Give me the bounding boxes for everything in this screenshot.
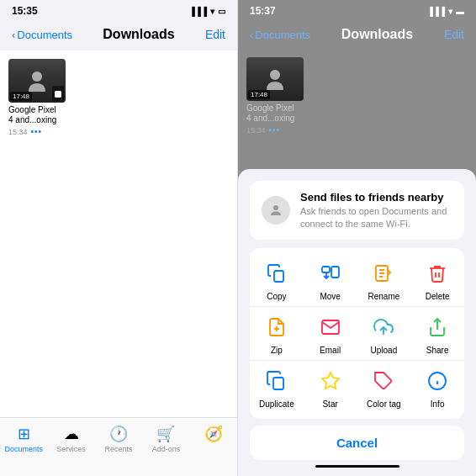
rename-button[interactable]: Rename xyxy=(361,258,406,301)
left-status-bar: 15:35 ▐▐▐ ▾ ▭ xyxy=(0,0,237,19)
file-options-dots[interactable]: ••• xyxy=(31,127,43,136)
colortag-label: Color tag xyxy=(367,399,401,409)
right-edit-button[interactable]: Edit xyxy=(444,28,464,41)
services-tab-label: Services xyxy=(56,445,86,453)
tab-compass[interactable]: 🧭 xyxy=(190,425,237,443)
file-meta: 15:34 ••• xyxy=(8,127,42,136)
file-thumbnail: 17:48 xyxy=(8,59,66,103)
copy-icon xyxy=(262,258,292,288)
home-indicator xyxy=(315,465,399,468)
duplicate-label: Duplicate xyxy=(259,399,294,409)
info-button[interactable]: Info xyxy=(415,366,460,409)
info-icon xyxy=(422,366,452,396)
left-time: 15:35 xyxy=(12,5,38,17)
colortag-button[interactable]: Color tag xyxy=(361,366,406,409)
right-file-name: Google Pixel4 and...oxing xyxy=(246,103,294,124)
share-avatar xyxy=(262,196,290,225)
zip-icon xyxy=(262,312,292,342)
right-nav-title: Downloads xyxy=(310,27,444,42)
action-sheet: Send files to friends nearby Ask friends… xyxy=(238,169,476,476)
tab-addons[interactable]: 🛒 Add-ons xyxy=(142,425,189,453)
file-time: 15:34 xyxy=(8,128,28,136)
action-row-2: Zip Email xyxy=(250,306,464,360)
rename-label: Rename xyxy=(368,292,399,301)
addons-tab-icon: 🛒 xyxy=(156,425,175,443)
right-video-timestamp: 17:48 xyxy=(248,90,270,99)
addons-tab-label: Add-ons xyxy=(152,445,181,453)
email-button[interactable]: Email xyxy=(308,312,353,355)
left-file-list: 17:48 Google Pixel4 and...oxing 15:34 ••… xyxy=(0,50,237,417)
move-icon xyxy=(315,258,346,288)
tab-recents[interactable]: 🕐 Recents xyxy=(95,425,142,453)
video-timestamp: 17:48 xyxy=(10,92,32,101)
zip-label: Zip xyxy=(271,346,283,355)
svg-rect-6 xyxy=(331,267,339,278)
tab-services[interactable]: ☁ Services xyxy=(47,425,94,453)
share-text: Send files to friends nearby Ask friends… xyxy=(300,191,452,230)
star-button[interactable]: Star xyxy=(308,366,353,409)
right-chevron-icon: ‹ xyxy=(250,29,253,41)
delete-button[interactable]: Delete xyxy=(415,258,460,301)
documents-tab-icon: ⊞ xyxy=(18,425,30,443)
svg-rect-12 xyxy=(273,378,283,389)
svg-rect-5 xyxy=(322,267,330,272)
zip-button[interactable]: Zip xyxy=(254,312,299,355)
services-tab-icon: ☁ xyxy=(64,425,79,443)
duplicate-button[interactable]: Duplicate xyxy=(254,366,299,409)
delete-label: Delete xyxy=(426,292,450,301)
right-battery-icon: ▬ xyxy=(456,7,464,16)
right-file-meta: 15:34 ••• xyxy=(246,125,280,135)
move-label: Move xyxy=(320,292,340,301)
upload-label: Upload xyxy=(371,346,398,355)
right-status-bar: 15:37 ▐▐▐ ▾ ▬ xyxy=(238,0,476,19)
upload-icon xyxy=(368,312,399,342)
file-name: Google Pixel4 and...oxing xyxy=(8,105,56,125)
wifi-icon: ▾ xyxy=(210,7,214,16)
video-type-icon xyxy=(52,86,64,101)
delete-icon xyxy=(422,258,452,288)
copy-button[interactable]: Copy xyxy=(254,258,299,301)
signal-icon: ▐▐▐ xyxy=(189,7,207,16)
battery-icon: ▭ xyxy=(218,7,225,16)
right-panel: 15:37 ▐▐▐ ▾ ▬ ‹ Documents Downloads Edit xyxy=(238,0,476,476)
action-grid: Copy Move xyxy=(250,248,464,419)
recents-tab-icon: 🕐 xyxy=(109,425,128,443)
left-status-icons: ▐▐▐ ▾ ▭ xyxy=(189,7,225,16)
svg-point-0 xyxy=(32,71,42,82)
left-tab-bar: ⊞ Documents ☁ Services 🕐 Recents 🛒 Add-o… xyxy=(0,417,237,476)
right-file-time: 15:34 xyxy=(246,126,266,135)
duplicate-icon xyxy=(262,366,292,396)
right-time: 15:37 xyxy=(250,5,276,17)
email-icon xyxy=(315,312,346,342)
right-back-button[interactable]: ‹ Documents xyxy=(250,29,310,41)
file-item[interactable]: 17:48 Google Pixel4 and...oxing 15:34 ••… xyxy=(8,59,67,136)
upload-button[interactable]: Upload xyxy=(361,312,406,355)
cancel-button[interactable]: Cancel xyxy=(250,426,464,460)
left-panel: 15:35 ▐▐▐ ▾ ▭ ‹ Documents Downloads Edit xyxy=(0,0,238,476)
email-label: Email xyxy=(320,346,341,355)
svg-point-3 xyxy=(273,205,278,210)
rename-icon xyxy=(368,258,399,288)
right-file-dots[interactable]: ••• xyxy=(269,125,281,135)
share-icon xyxy=(422,312,452,342)
colortag-icon xyxy=(368,366,399,396)
svg-marker-13 xyxy=(322,373,339,389)
left-nav-bar: ‹ Documents Downloads Edit xyxy=(0,19,237,50)
left-nav-title: Downloads xyxy=(72,27,205,42)
right-signal-icon: ▐▐▐ xyxy=(427,7,445,16)
action-row-3: Duplicate Star xyxy=(250,360,464,414)
share-label: Share xyxy=(426,346,449,355)
move-button[interactable]: Move xyxy=(308,258,353,301)
right-nav-bar: ‹ Documents Downloads Edit xyxy=(238,19,476,50)
right-status-icons: ▐▐▐ ▾ ▬ xyxy=(427,7,464,16)
left-chevron-icon: ‹ xyxy=(12,29,15,41)
tab-documents[interactable]: ⊞ Documents xyxy=(0,425,47,453)
left-back-label: Documents xyxy=(17,29,72,41)
right-file-item: 17:48 Google Pixel4 and...oxing 15:34 ••… xyxy=(246,57,305,135)
share-button[interactable]: Share xyxy=(415,312,460,355)
copy-label: Copy xyxy=(267,292,286,301)
star-icon xyxy=(315,366,346,396)
left-edit-button[interactable]: Edit xyxy=(205,28,225,41)
left-back-button[interactable]: ‹ Documents xyxy=(12,29,72,41)
svg-rect-4 xyxy=(274,271,283,282)
